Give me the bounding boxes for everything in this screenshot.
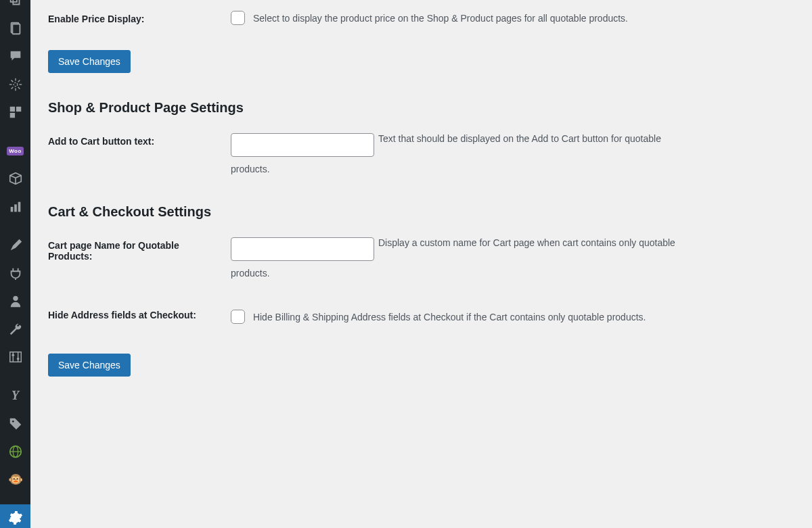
save-button-bottom[interactable]: Save Changes [48,354,131,377]
sidebar-item-globe[interactable] [0,437,30,465]
wrench-icon [8,322,23,337]
save-button[interactable]: Save Changes [48,50,131,73]
sidebar-item-plugins[interactable] [0,259,30,287]
svg-rect-1 [12,24,20,34]
svg-rect-14 [10,207,13,212]
enable-price-label: Enable Price Display: [48,0,231,38]
svg-rect-16 [18,201,20,212]
settings-table-general: Enable Price Display: Select to display … [48,0,794,38]
sidebar-item-learndash[interactable] [0,70,30,98]
woo-badge-icon: Woo [7,147,24,155]
media-icon [8,0,23,8]
settings-table-shop: Add to Cart button text: Text that shoul… [48,122,794,185]
gear-icon [8,510,23,525]
sidebar-item-settings-alt[interactable] [0,343,30,370]
globe-icon [8,444,23,459]
pages-icon [8,21,23,36]
enable-price-checkbox[interactable] [231,11,245,25]
comment-icon [8,49,23,64]
shop-section-title: Shop & Product Page Settings [48,100,794,116]
brush-icon [8,238,23,253]
hide-address-description: Hide Billing & Shipping Address fields a… [253,312,646,322]
enable-price-description: Select to display the product price on t… [253,13,628,24]
svg-rect-12 [16,107,20,112]
svg-point-17 [13,296,18,301]
sparkle-icon [8,77,23,92]
svg-line-9 [11,87,13,89]
svg-point-2 [14,82,18,87]
hide-address-label: Hide Address fields at Checkout: [48,289,231,335]
sidebar-item-users[interactable] [0,287,30,315]
sidebar-item-products[interactable] [0,165,30,193]
svg-rect-11 [9,107,14,112]
svg-rect-15 [14,204,17,212]
sidebar-item-tools[interactable] [0,315,30,343]
yoast-icon: Y [8,388,23,403]
blocks-icon [8,105,23,120]
sidebar-item-blocks[interactable] [0,98,30,126]
cart-page-name-description-below: products. [231,268,788,279]
sidebar-item-media[interactable] [0,0,30,14]
sidebar-item-pages[interactable] [0,14,30,42]
sliders-icon [8,350,23,364]
add-to-cart-text-input[interactable] [231,133,374,157]
svg-rect-18 [9,352,21,362]
add-to-cart-label: Add to Cart button text: [48,122,231,185]
svg-line-10 [18,80,20,82]
tag-icon [8,416,23,431]
cart-page-name-input[interactable] [231,237,374,261]
sidebar-item-yoast[interactable]: Y [0,382,30,410]
sidebar-item-woocommerce[interactable]: Woo [0,137,30,164]
cart-section-title: Cart & Checkout Settings [48,204,794,220]
sidebar-item-settings[interactable] [0,504,30,528]
svg-line-7 [11,80,13,82]
add-to-cart-description-inline: Text that should be displayed on the Add… [378,133,661,144]
add-to-cart-description-below: products. [231,164,788,174]
cart-page-name-label: Cart page Name for Quotable Products: [48,226,231,289]
svg-point-22 [16,358,19,360]
svg-point-23 [12,420,14,422]
sidebar-item-comments[interactable] [0,43,30,70]
hide-address-checkbox[interactable] [231,310,245,324]
user-icon [8,293,23,308]
settings-content: Enable Price Display: Select to display … [30,0,812,528]
cart-page-name-description-inline: Display a custom name for Cart page when… [378,237,675,248]
svg-rect-13 [9,113,14,118]
monkey-icon: 🐵 [8,473,23,485]
sidebar-item-tag[interactable] [0,410,30,437]
chart-icon [8,199,23,214]
sidebar-item-analytics[interactable] [0,193,30,220]
sidebar-item-appearance[interactable] [0,231,30,259]
sidebar-item-mailchimp[interactable]: 🐵 [0,466,30,494]
admin-sidebar: Woo Y 🐵 [0,0,30,528]
box-icon [8,171,23,186]
plug-icon [8,266,23,281]
svg-line-8 [18,87,20,89]
settings-table-cart: Cart page Name for Quotable Products: Di… [48,226,794,335]
svg-point-21 [12,354,14,357]
